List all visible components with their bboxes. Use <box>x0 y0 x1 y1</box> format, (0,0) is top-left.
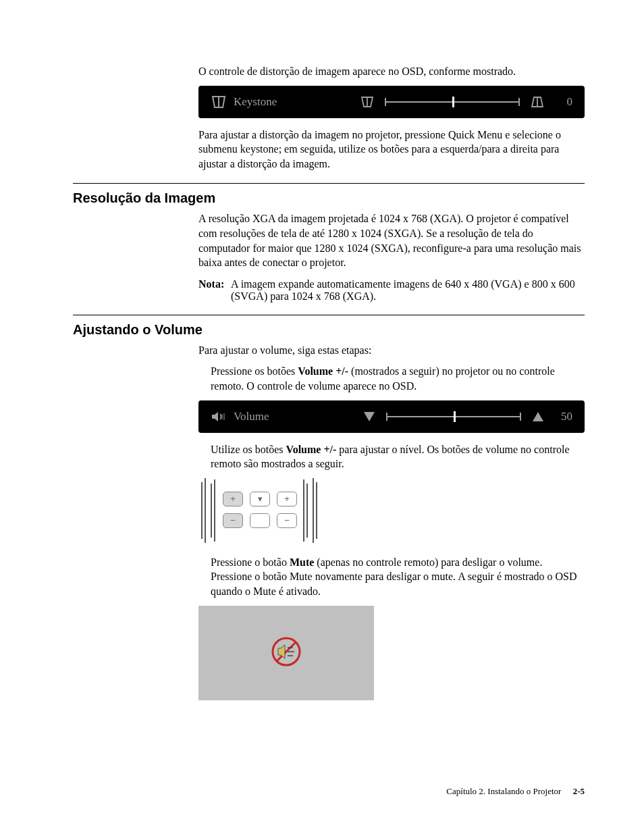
speaker-icon <box>211 410 227 423</box>
note-label: Nota: <box>198 278 231 303</box>
heading-volume: Ajustando o Volume <box>73 322 585 338</box>
osd-volume-value: 50 <box>554 410 572 423</box>
page-footer: Capítulo 2. Instalando o Projetor 2-5 <box>446 786 585 797</box>
osd-keystone-value: 0 <box>554 95 572 109</box>
note-text: A imagem expande automaticamente imagens… <box>231 278 585 303</box>
keystone-icon <box>211 95 227 109</box>
osd-volume-label: Volume <box>234 410 321 423</box>
footer-page-number: 2-5 <box>573 786 585 796</box>
keystone-right-icon <box>531 96 544 108</box>
resolution-paragraph-1: A resolução XGA da imagem projetada é 10… <box>198 211 585 269</box>
remote-button-bot-left: − <box>223 513 243 528</box>
mute-icon <box>271 637 301 669</box>
volume-paragraph-2: Pressione os botões Volume +/- (mostrado… <box>211 364 585 393</box>
volume-up-icon <box>532 411 544 422</box>
remote-button-top-left: + <box>223 492 243 506</box>
osd-keystone-bar: Keystone 0 <box>198 86 585 118</box>
osd-keystone-slider <box>385 101 520 103</box>
remote-button-top-mid: ▾ <box>250 492 270 506</box>
section-divider <box>73 183 585 184</box>
remote-control-figure: + ▾ + − − <box>198 478 320 546</box>
remote-button-bot-right: − <box>277 513 297 528</box>
heading-resolution: Resolução da Imagem <box>73 190 585 206</box>
volume-paragraph-4: Pressione o botão Mute (apenas no contro… <box>211 555 585 599</box>
osd-keystone-label: Keystone <box>234 95 321 109</box>
keystone-left-icon <box>360 96 374 108</box>
osd-volume-bar: Volume 50 <box>198 400 585 433</box>
volume-down-icon <box>363 411 375 422</box>
mute-osd-figure <box>198 606 374 700</box>
footer-chapter: Capítulo 2. Instalando o Projetor <box>446 786 561 796</box>
osd-volume-slider <box>386 416 521 417</box>
remote-button-top-right: + <box>277 492 297 506</box>
volume-paragraph-3: Utilize os botões Volume +/- para ajusta… <box>211 442 585 471</box>
intro-paragraph-1: O controle de distorção de imagem aparec… <box>198 64 585 79</box>
remote-button-bot-mid <box>250 513 270 528</box>
section-divider <box>73 315 585 315</box>
volume-paragraph-1: Para ajustar o volume, siga estas etapas… <box>198 343 585 358</box>
note-block: Nota: A imagem expande automaticamente i… <box>198 278 585 303</box>
intro-paragraph-2: Para ajustar a distorção da imagem no pr… <box>198 128 585 172</box>
